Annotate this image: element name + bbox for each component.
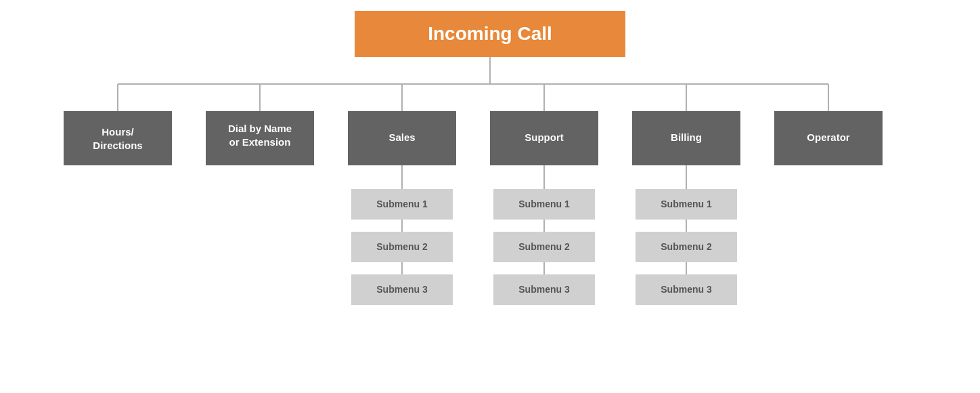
svg-text:Submenu 1: Submenu 1	[376, 199, 428, 209]
call-flow-diagram: Incoming Call .conn { stroke: #b0b0b0; s…	[0, 0, 980, 393]
svg-text:Submenu 1: Submenu 1	[518, 199, 570, 209]
dialbyname-label: Dial by Name	[228, 123, 292, 134]
svg-text:Submenu 3: Submenu 3	[376, 284, 428, 295]
root-node: Incoming Call	[355, 11, 625, 57]
tree-connector-svg: .conn { stroke: #b0b0b0; stroke-width: 2…	[43, 57, 937, 382]
svg-text:Submenu 2: Submenu 2	[518, 241, 570, 252]
svg-text:Submenu 2: Submenu 2	[376, 241, 428, 252]
support-label: Support	[525, 131, 564, 143]
svg-text:Directions: Directions	[93, 140, 142, 151]
svg-text:Submenu 2: Submenu 2	[661, 241, 712, 252]
svg-text:Submenu 1: Submenu 1	[661, 199, 712, 209]
hours-node	[64, 111, 172, 165]
operator-label: Operator	[807, 131, 850, 143]
hours-label: Hours/	[102, 126, 134, 138]
svg-text:Submenu 3: Submenu 3	[518, 284, 570, 295]
billing-label: Billing	[671, 131, 702, 143]
sales-label: Sales	[388, 131, 415, 143]
svg-text:or Extension: or Extension	[229, 136, 291, 148]
svg-text:Submenu 3: Submenu 3	[661, 284, 712, 295]
